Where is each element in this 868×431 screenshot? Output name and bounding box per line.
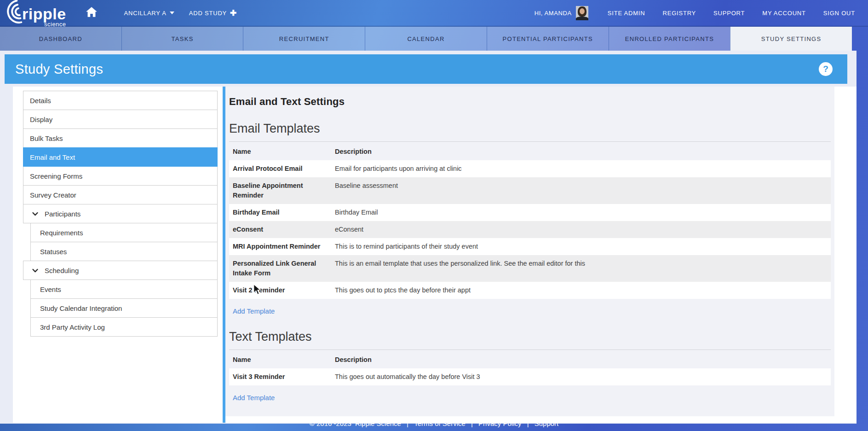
tab-calendar[interactable]: CALENDAR [365, 27, 487, 51]
add-study-label: ADD STUDY [189, 10, 227, 17]
email-templates-section: Email Templates Name Description Arrival… [229, 122, 831, 316]
column-header-name: Name [229, 142, 331, 160]
email-templates-table: Name Description Arrival Protocol EmailE… [229, 142, 831, 299]
table-row[interactable]: MRI Appointment ReminderThis is to remin… [229, 238, 831, 255]
template-name-cell: Visit 3 Reminder [229, 368, 331, 385]
template-description-cell: Email for participants upon arriving at … [331, 160, 831, 177]
sidebar-item-label: Display [30, 116, 52, 123]
sidebar-item-label: Bulk Tasks [30, 134, 63, 142]
email-text-settings-panel: Email and Text Settings Email Templates … [225, 87, 834, 416]
user-avatar[interactable] [576, 6, 588, 20]
tab-recruitment[interactable]: RECRUITMENT [243, 27, 365, 51]
sidebar-item-statuses[interactable]: Statuses [30, 242, 218, 261]
template-description-cell: This is to remind participants of their … [331, 238, 831, 255]
nav-link-sign-out[interactable]: SIGN OUT [823, 10, 855, 17]
tab-tasks[interactable]: TASKS [121, 27, 243, 51]
template-name-cell: Birthday Email [229, 204, 331, 221]
column-header-name: Name [229, 350, 331, 368]
table-row[interactable]: Birthday EmailBirthday Email [229, 204, 831, 221]
footer-brand-link[interactable]: Ripple Science [355, 419, 401, 427]
sidebar-item-bulk-tasks[interactable]: Bulk Tasks [23, 128, 218, 148]
logo-sub-text: science [44, 22, 66, 27]
sidebar-item-email-and-text[interactable]: Email and Text [23, 147, 218, 167]
footer-link-privacy-policy[interactable]: Privacy Policy [478, 419, 521, 427]
sidebar-item-participants[interactable]: Participants [23, 204, 218, 223]
sidebar-item-label: Details [30, 97, 51, 105]
logo-brand-text: ripple [22, 8, 66, 20]
sidebar-item-label: Survey Creator [30, 191, 76, 199]
sidebar-item-survey-creator[interactable]: Survey Creator [23, 185, 218, 204]
sidebar-item-label: Study Calendar Integration [40, 304, 122, 312]
sidebar-item-study-calendar-integration[interactable]: Study Calendar Integration [30, 298, 218, 318]
text-templates-table: Name Description Visit 3 ReminderThis go… [229, 350, 831, 385]
template-name-cell: Arrival Protocol Email [229, 160, 331, 177]
help-button[interactable]: ? [819, 62, 833, 76]
sidebar-item-3rd-party-activity-log[interactable]: 3rd Party Activity Log [30, 317, 218, 337]
footer-link-support[interactable]: Support [535, 419, 559, 427]
template-description-cell: This is an email template that uses the … [331, 255, 831, 282]
sidebar-item-label: Email and Text [30, 153, 75, 161]
question-mark-icon: ? [823, 64, 828, 74]
footer-link-terms-of-service[interactable]: Terms of Service [414, 419, 466, 427]
nav-link-site-admin[interactable]: SITE ADMIN [608, 10, 645, 17]
table-row[interactable]: eConsenteConsent [229, 221, 831, 238]
study-dropdown[interactable]: ANCILLARY A [124, 10, 174, 17]
table-header-row: Name Description [229, 350, 831, 368]
sidebar-item-events[interactable]: Events [30, 280, 218, 299]
table-header-row: Name Description [229, 142, 831, 160]
add-study-button[interactable]: ADD STUDY ✚ [189, 9, 237, 17]
sidebar-item-label: Statuses [40, 248, 67, 256]
nav-link-my-account[interactable]: MY ACCOUNT [762, 10, 805, 17]
sidebar-item-label: Screening Forms [30, 172, 82, 180]
sidebar-item-label: Requirements [40, 229, 83, 237]
template-description-cell: Baseline assessment [331, 177, 831, 204]
tab-dashboard[interactable]: DASHBOARD [0, 27, 121, 51]
template-description-cell: Birthday Email [331, 204, 831, 221]
sidebar-item-requirements[interactable]: Requirements [30, 223, 218, 242]
chevron-down-icon [32, 211, 39, 217]
page-title-banner: Study Settings ? [5, 54, 847, 84]
section-heading: Text Templates [229, 330, 831, 344]
template-description-cell: This goes out automatically the day befo… [331, 368, 831, 385]
plus-icon: ✚ [230, 9, 237, 17]
table-row[interactable]: Arrival Protocol EmailEmail for particip… [229, 160, 831, 177]
ripple-logo[interactable]: ripple science [4, 1, 66, 27]
template-name-cell: Visit 2 Reminder [229, 282, 331, 299]
sidebar-item-label: Participants [45, 210, 80, 218]
caret-down-icon [170, 12, 174, 14]
add-email-template-link[interactable]: Add Template [233, 307, 275, 315]
study-tab-bar: DASHBOARDTASKSRECRUITMENTCALENDARPOTENTI… [0, 26, 868, 51]
tab-potential-participants[interactable]: POTENTIAL PARTICIPANTS [487, 27, 609, 51]
template-description-cell: This goes out to ptcs the day before the… [331, 282, 831, 299]
add-text-template-link[interactable]: Add Template [233, 394, 275, 402]
table-row[interactable]: Personalized Link General Intake FormThi… [229, 255, 831, 282]
sidebar-item-screening-forms[interactable]: Screening Forms [23, 166, 218, 186]
home-icon [86, 6, 98, 19]
settings-card: DetailsDisplayBulk TasksEmail and TextSc… [13, 87, 857, 423]
tab-enrolled-participants[interactable]: ENROLLED PARTICIPANTS [609, 27, 730, 51]
nav-link-registry[interactable]: REGISTRY [662, 10, 696, 17]
template-name-cell: Baseline Appointment Reminder [229, 177, 331, 204]
home-button[interactable] [86, 6, 98, 19]
sidebar-item-details[interactable]: Details [23, 91, 218, 110]
study-settings-page: Study Settings ? DetailsDisplayBulk Task… [0, 51, 857, 424]
sidebar-item-label: 3rd Party Activity Log [40, 323, 105, 331]
sidebar-item-display[interactable]: Display [23, 110, 218, 129]
tab-study-settings[interactable]: STUDY SETTINGS [730, 27, 852, 51]
nav-link-support[interactable]: SUPPORT [713, 10, 745, 17]
table-row[interactable]: Visit 2 ReminderThis goes out to ptcs th… [229, 282, 831, 299]
table-row[interactable]: Visit 3 ReminderThis goes out automatica… [229, 368, 831, 385]
column-header-description: Description [331, 142, 831, 160]
app-header: ripple science ANCILLARY A ADD STUDY ✚ H… [0, 0, 868, 26]
footer-separator: | [525, 419, 530, 427]
sidebar-item-scheduling[interactable]: Scheduling [23, 261, 218, 280]
footer-separator: | [405, 419, 410, 427]
header-right-nav: SITE ADMINREGISTRYSUPPORTMY ACCOUNTSIGN … [608, 10, 855, 17]
chevron-down-icon [32, 268, 39, 274]
ripple-wave-icon [1, 0, 24, 28]
column-header-description: Description [331, 350, 831, 368]
template-name-cell: eConsent [229, 221, 331, 238]
table-row[interactable]: Baseline Appointment ReminderBaseline as… [229, 177, 831, 204]
footer-separator: | [469, 419, 475, 427]
page-title: Study Settings [5, 62, 103, 77]
